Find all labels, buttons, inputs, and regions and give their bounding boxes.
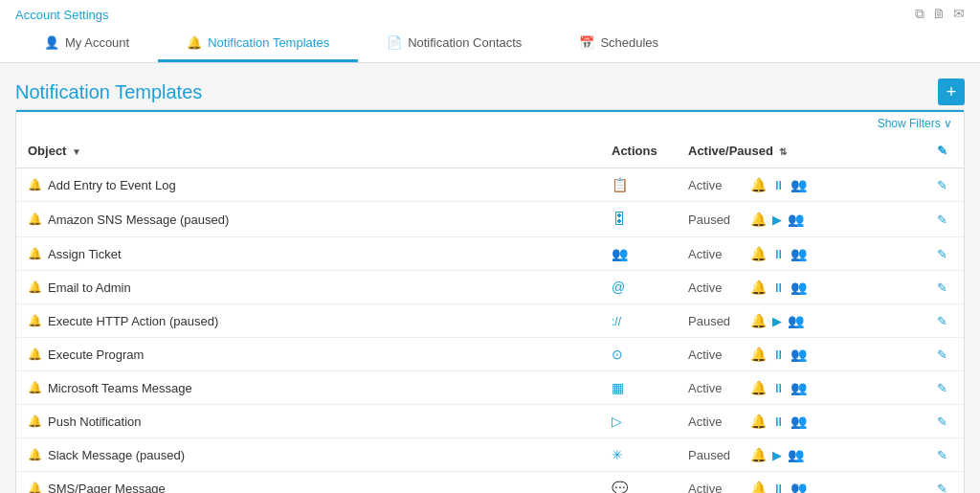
contacts-icon[interactable]: 👥 [791,246,807,261]
edit-cell: ✎ [925,405,964,438]
tab-my-account[interactable]: 👤 My Account [15,26,158,62]
envelope-icon[interactable]: ✉ [953,6,965,22]
table-row: 🔔 SMS/Pager Message 💬 Active 🔔 ⏸ 👥 ✎ [16,472,964,494]
header-icons: ⧉ 🗎 ✉ [915,6,965,22]
pause-icon[interactable]: ⏸ [772,247,785,261]
status-cell: Paused 🔔 ▶ 👥 [677,438,925,472]
alert-icon[interactable]: 🔔 [750,347,767,362]
pause-icon[interactable]: ⏸ [772,280,785,295]
edit-row-icon[interactable]: ✎ [937,314,947,328]
edit-row-icon[interactable]: ✎ [937,247,947,261]
table-row: 🔔 Execute Program ⊙ Active 🔔 ⏸ 👥 ✎ [16,338,964,371]
edit-cell: ✎ [925,168,964,202]
contacts-tab-icon: 📄 [387,35,402,50]
edit-row-icon[interactable]: ✎ [937,448,947,462]
user-icon: 👤 [44,35,59,50]
contacts-icon[interactable]: 👥 [791,280,807,295]
action-cell: ▦ [600,371,677,405]
object-cell: 🔔 Execute Program [16,338,600,371]
edit-all-icon[interactable]: ✎ [937,144,947,158]
show-filters-button[interactable]: Show Filters ∨ [878,117,952,130]
action-cell: @ [600,271,677,304]
edit-cell: ✎ [925,237,964,271]
tab-my-account-label: My Account [65,35,129,50]
play-icon[interactable]: ▶ [772,314,782,328]
col-header-status[interactable]: Active/Paused ⇅ [677,134,925,168]
contacts-icon[interactable]: 👥 [791,380,807,395]
status-text: Active [688,381,741,395]
row-bell-icon: 🔔 [28,347,42,361]
pause-icon[interactable]: ⏸ [772,482,785,494]
object-cell: 🔔 Slack Message (paused) [16,438,600,472]
edit-row-icon[interactable]: ✎ [937,415,947,429]
pause-icon[interactable]: ⏸ [772,347,785,362]
alert-icon[interactable]: 🔔 [750,280,767,295]
status-text: Active [688,247,741,261]
object-cell: 🔔 SMS/Pager Message [16,472,600,494]
alert-icon[interactable]: 🔔 [750,380,767,395]
action-cell: ▷ [600,405,677,438]
add-template-button[interactable]: + [938,78,965,105]
object-cell: 🔔 Execute HTTP Action (paused) [16,304,600,338]
action-cell: 💬 [600,472,677,494]
edit-row-icon[interactable]: ✎ [937,280,947,295]
alert-icon[interactable]: 🔔 [750,481,767,493]
status-cell: Active 🔔 ⏸ 👥 [677,237,925,271]
status-text: Paused [688,213,741,227]
row-bell-icon: 🔔 [28,247,42,260]
status-cell: Active 🔔 ⏸ 👥 [677,338,925,371]
alert-icon[interactable]: 🔔 [750,177,767,192]
status-text: Paused [688,448,741,462]
contacts-icon[interactable]: 👥 [791,347,807,362]
copy-icon[interactable]: ⧉ [915,6,924,22]
edit-row-icon[interactable]: ✎ [937,178,947,192]
alert-icon[interactable]: 🔔 [750,447,767,462]
edit-row-icon[interactable]: ✎ [937,213,947,227]
contacts-icon[interactable]: 👥 [788,447,804,462]
tab-schedules-label: Schedules [600,35,658,50]
action-type-icon: 🎛 [612,212,627,227]
row-object-name: Push Notification [48,415,142,429]
pause-icon[interactable]: ⏸ [772,415,785,429]
table-row: 🔔 Amazon SNS Message (paused) 🎛 Paused 🔔… [16,202,964,237]
row-bell-icon: 🔔 [28,482,42,493]
table-row: 🔔 Push Notification ▷ Active 🔔 ⏸ 👥 ✎ [16,405,964,438]
edit-row-icon[interactable]: ✎ [937,347,947,362]
col-header-object[interactable]: Object ▼ [16,134,600,168]
action-type-icon: :// [612,313,621,328]
play-icon[interactable]: ▶ [772,213,782,227]
contacts-icon[interactable]: 👥 [791,414,807,429]
pause-icon[interactable]: ⏸ [772,381,785,395]
table-row: 🔔 Execute HTTP Action (paused) :// Pause… [16,304,964,338]
edit-cell: ✎ [925,472,964,494]
edit-row-icon[interactable]: ✎ [937,381,947,395]
contacts-icon[interactable]: 👥 [788,313,804,328]
status-text: Active [688,482,741,494]
row-bell-icon: 🔔 [28,213,42,226]
tab-notification-contacts[interactable]: 📄 Notification Contacts [358,26,550,62]
document-icon[interactable]: 🗎 [932,6,946,22]
contacts-icon[interactable]: 👥 [791,177,807,192]
edit-row-icon[interactable]: ✎ [937,482,947,494]
alert-icon[interactable]: 🔔 [750,414,767,429]
row-object-name: Slack Message (paused) [48,448,185,462]
contacts-icon[interactable]: 👥 [791,481,807,493]
contacts-icon[interactable]: 👥 [788,212,804,227]
tab-schedules[interactable]: 📅 Schedules [550,26,687,62]
edit-cell: ✎ [925,202,964,237]
tab-notification-templates[interactable]: 🔔 Notification Templates [158,26,358,62]
alert-icon[interactable]: 🔔 [750,246,767,261]
row-bell-icon: 🔔 [28,448,42,461]
status-text: Active [688,347,741,362]
alert-icon[interactable]: 🔔 [750,313,767,328]
status-cell: Active 🔔 ⏸ 👥 [677,472,925,494]
object-cell: 🔔 Assign Ticket [16,237,600,271]
object-cell: 🔔 Push Notification [16,405,600,438]
alert-icon[interactable]: 🔔 [750,212,767,227]
row-bell-icon: 🔔 [28,415,42,428]
play-icon[interactable]: ▶ [772,448,782,462]
action-cell: 🎛 [600,202,677,237]
pause-icon[interactable]: ⏸ [772,178,785,192]
row-object-name: Email to Admin [48,280,131,295]
action-cell: ✳ [600,438,677,472]
